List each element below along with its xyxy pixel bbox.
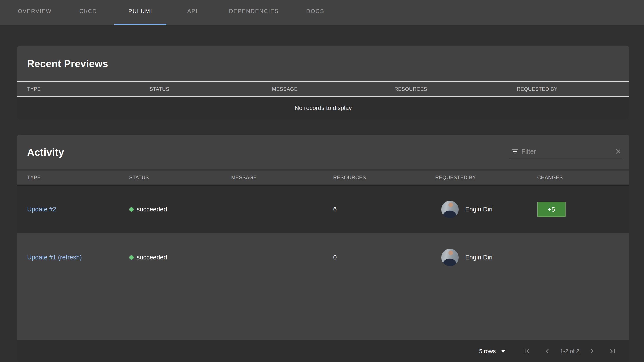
column-header-status[interactable]: STATUS <box>140 82 262 96</box>
column-header-requested-by[interactable]: REQUESTED BY <box>507 82 629 96</box>
tab-label: API <box>187 8 198 14</box>
tab-label: DEPENDENCIES <box>229 8 279 14</box>
rows-per-page-select[interactable]: 5 rows <box>479 348 506 354</box>
table-row: Update #1 (refresh) succeeded 0 Engin Di… <box>17 233 629 282</box>
tab-overview[interactable]: OVERVIEW <box>8 0 62 25</box>
status-cell: succeeded <box>119 185 222 233</box>
last-page-icon <box>608 347 617 356</box>
requested-by-cell: Engin Diri <box>425 233 527 282</box>
recent-previews-header: Recent Previews <box>17 46 629 81</box>
activity-header: Activity <box>17 135 629 170</box>
chevron-left-icon <box>543 347 552 356</box>
resources-cell: 6 <box>323 185 426 233</box>
changes-cell <box>527 233 630 282</box>
last-page-button[interactable] <box>602 344 623 358</box>
tab-api[interactable]: API <box>166 0 218 25</box>
requested-by-name: Engin Diri <box>465 254 492 261</box>
column-header-type[interactable]: TYPE <box>17 82 140 96</box>
column-header-type[interactable]: TYPE <box>17 170 119 185</box>
activity-title: Activity <box>27 146 64 158</box>
column-header-message[interactable]: MESSAGE <box>221 170 323 185</box>
tab-label: OVERVIEW <box>18 8 52 14</box>
type-cell: Update #1 (refresh) <box>17 233 119 282</box>
requested-by-cell: Engin Diri <box>425 185 527 233</box>
first-page-button[interactable] <box>517 344 537 358</box>
empty-state-message: No records to display <box>294 104 352 112</box>
pagination-range: 1-2 of 2 <box>560 348 579 354</box>
pagination-bar: 5 rows 1-2 of 2 <box>17 340 629 362</box>
table-empty-space <box>17 282 629 340</box>
avatar <box>441 201 459 218</box>
avatar <box>441 249 459 266</box>
next-page-button[interactable] <box>582 344 602 358</box>
requested-by-name: Engin Diri <box>465 206 492 213</box>
status-text: succeeded <box>137 254 167 261</box>
empty-state-row: No records to display <box>17 97 629 119</box>
update-link[interactable]: Update #1 (refresh) <box>27 254 82 261</box>
tab-bar: OVERVIEW CI/CD PULUMI API DEPENDENCIES D… <box>0 0 644 25</box>
filter-list-icon <box>511 148 519 155</box>
tab-docs[interactable]: DOCS <box>289 0 341 25</box>
column-header-resources[interactable]: RESOURCES <box>323 170 426 185</box>
tab-label: PULUMI <box>128 8 152 14</box>
tab-label: CI/CD <box>79 8 97 14</box>
pulumi-plugin-page: OVERVIEW CI/CD PULUMI API DEPENDENCIES D… <box>0 0 644 362</box>
resources-cell: 0 <box>323 233 426 282</box>
column-header-message[interactable]: MESSAGE <box>262 82 384 96</box>
close-icon[interactable] <box>614 148 622 155</box>
arrow-drop-down-icon <box>501 350 506 353</box>
message-cell <box>221 185 323 233</box>
previous-page-button[interactable] <box>537 344 558 358</box>
activity-card: Activity TYPE STATUS MESSAGE RESOURCES R… <box>17 135 629 362</box>
filter-field <box>510 146 623 159</box>
column-header-changes[interactable]: CHANGES <box>527 170 630 185</box>
column-header-status[interactable]: STATUS <box>119 170 222 185</box>
tab-label: DOCS <box>306 8 324 14</box>
column-header-resources[interactable]: RESOURCES <box>384 82 507 96</box>
activity-column-headers: TYPE STATUS MESSAGE RESOURCES REQUESTED … <box>17 170 629 185</box>
tab-cicd[interactable]: CI/CD <box>62 0 114 25</box>
message-cell <box>221 233 323 282</box>
changes-cell: +5 <box>527 185 630 233</box>
table-row: Update #2 succeeded 6 Engin Diri +5 <box>17 185 629 233</box>
active-tab-indicator <box>114 24 166 25</box>
first-page-icon <box>522 347 531 356</box>
tab-dependencies[interactable]: DEPENDENCIES <box>218 0 289 25</box>
status-ok-dot <box>129 255 134 260</box>
chevron-right-icon <box>588 347 596 356</box>
tab-pulumi[interactable]: PULUMI <box>114 0 166 25</box>
rows-per-page-value: 5 rows <box>479 348 496 354</box>
recent-previews-title: Recent Previews <box>27 58 108 70</box>
filter-input[interactable] <box>522 148 612 155</box>
recent-previews-card: Recent Previews TYPE STATUS MESSAGE RESO… <box>17 46 629 119</box>
recent-previews-column-headers: TYPE STATUS MESSAGE RESOURCES REQUESTED … <box>17 81 629 97</box>
status-cell: succeeded <box>119 233 222 282</box>
status-text: succeeded <box>137 206 167 213</box>
status-ok-dot <box>129 207 134 212</box>
type-cell: Update #2 <box>17 185 119 233</box>
changes-badge: +5 <box>537 202 566 217</box>
update-link[interactable]: Update #2 <box>27 206 56 213</box>
column-header-requested-by[interactable]: REQUESTED BY <box>425 170 527 185</box>
